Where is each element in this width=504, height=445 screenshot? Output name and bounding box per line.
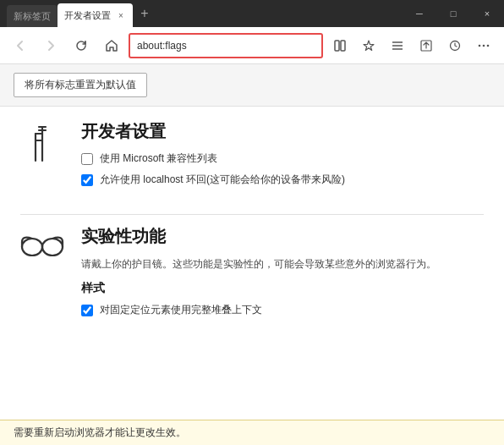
goggles-icon (20, 228, 64, 262)
nav-icons (326, 32, 497, 59)
developer-section: 开发者设置 使用 Microsoft 兼容性列表 允许使用 localhost … (20, 120, 484, 194)
svg-point-9 (487, 44, 490, 47)
fixed-position-checkbox[interactable] (81, 305, 93, 316)
svg-point-8 (483, 44, 485, 47)
experimental-section: 实验性功能 请戴上你的护目镜。这些功能是实验性的，可能会导致某些意外的浏览器行为… (20, 225, 484, 324)
refresh-icon (74, 39, 88, 52)
tab-inactive[interactable]: 新标签页 (7, 5, 58, 27)
tools-icon (24, 124, 61, 164)
back-button[interactable] (7, 32, 34, 59)
svg-rect-0 (335, 41, 339, 51)
fixed-position-label[interactable]: 对固定定位元素使用完整堆叠上下文 (100, 303, 262, 317)
maximize-button[interactable]: □ (436, 0, 470, 27)
tab-active[interactable]: 开发者设置 × (58, 3, 133, 27)
window-controls: ─ □ × (403, 0, 504, 27)
tab-inactive-label: 新标签页 (14, 10, 51, 23)
ms-compat-list-checkbox[interactable] (81, 153, 93, 165)
forward-icon (44, 39, 58, 52)
more-button[interactable] (470, 32, 497, 59)
experimental-section-body: 实验性功能 请戴上你的护目镜。这些功能是实验性的，可能会导致某些意外的浏览器行为… (81, 225, 484, 324)
svg-point-17 (42, 239, 63, 255)
developer-section-body: 开发者设置 使用 Microsoft 兼容性列表 允许使用 localhost … (81, 120, 484, 194)
tab-area: 新标签页 开发者设置 × + (0, 0, 403, 27)
experimental-checkbox-item-1: 对固定定位元素使用完整堆叠上下文 (81, 303, 484, 317)
ms-compat-list-label[interactable]: 使用 Microsoft 兼容性列表 (100, 151, 217, 166)
share-icon (419, 39, 433, 52)
new-tab-button[interactable]: + (133, 6, 156, 21)
more-icon (477, 39, 490, 52)
experimental-desc: 请戴上你的护目镜。这些功能是实验性的，可能会导致某些意外的浏览器行为。 (81, 256, 484, 272)
tab-active-label: 开发者设置 (64, 9, 111, 22)
developer-title: 开发者设置 (81, 120, 484, 143)
divider-1 (20, 214, 484, 215)
tab-close-button[interactable]: × (116, 10, 126, 21)
main-content: 开发者设置 使用 Microsoft 兼容性列表 允许使用 localhost … (0, 107, 504, 420)
status-message: 需要重新启动浏览器才能让更改生效。 (14, 426, 186, 438)
svg-point-16 (22, 239, 42, 255)
refresh-button[interactable] (68, 32, 95, 59)
close-button[interactable]: × (470, 0, 504, 27)
experimental-icon (20, 228, 64, 262)
favorites-button[interactable] (355, 32, 382, 59)
forward-button[interactable] (37, 32, 64, 59)
svg-point-7 (479, 44, 481, 47)
favorites-icon (362, 39, 375, 52)
notes-icon (448, 39, 462, 52)
minimize-button[interactable]: ─ (403, 0, 436, 27)
reset-bar: 将所有标志重置为默认值 (0, 64, 504, 107)
hub-button[interactable] (384, 32, 411, 59)
reading-mode-button[interactable] (326, 32, 353, 59)
developer-icon (20, 124, 64, 164)
checkbox-item-1: 使用 Microsoft 兼容性列表 (81, 151, 484, 166)
hub-icon (391, 39, 404, 52)
notes-button[interactable] (441, 32, 468, 59)
title-bar: 新标签页 开发者设置 × + ─ □ × (0, 0, 504, 27)
share-button[interactable] (413, 32, 440, 59)
checkbox-item-2: 允许使用 localhost 环回(这可能会给你的设备带来风险) (81, 173, 484, 187)
localhost-loopback-label[interactable]: 允许使用 localhost 环回(这可能会给你的设备带来风险) (100, 173, 345, 187)
styles-subsection-title: 样式 (81, 281, 484, 296)
reset-button[interactable]: 将所有标志重置为默认值 (14, 73, 147, 97)
address-input[interactable] (129, 33, 323, 58)
localhost-loopback-checkbox[interactable] (81, 174, 93, 186)
svg-rect-1 (341, 41, 345, 51)
status-bar: 需要重新启动浏览器才能让更改生效。 (0, 420, 504, 445)
navigation-bar (0, 27, 504, 64)
home-icon (105, 39, 118, 52)
experimental-title: 实验性功能 (81, 225, 484, 248)
home-button[interactable] (98, 32, 125, 59)
back-icon (14, 39, 27, 52)
reading-mode-icon (333, 39, 347, 52)
